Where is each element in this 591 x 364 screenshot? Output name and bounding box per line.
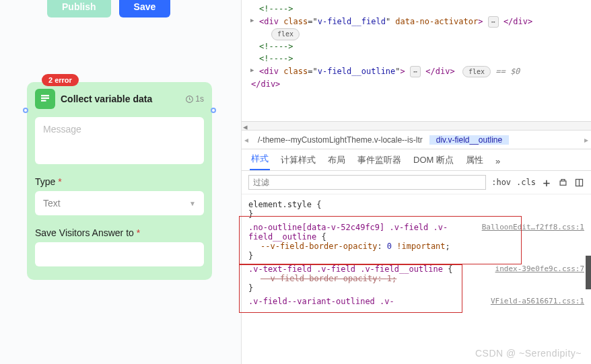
collect-data-icon (35, 89, 55, 109)
flex-chip[interactable]: flex (271, 28, 300, 40)
element-style-open: element.style { (248, 200, 321, 209)
rule3-source[interactable]: VField-a5616671.css:1 (491, 297, 584, 305)
cls-toggle[interactable]: .cls (516, 178, 536, 187)
filter-input[interactable] (248, 175, 486, 190)
selected-marker: == $0 (495, 67, 520, 76)
close-brace: } (248, 209, 253, 219)
rule1-prop[interactable]: --v-field-border-opacity (260, 242, 377, 251)
node-card[interactable]: Collect variable data 1s Message Type * … (27, 82, 212, 280)
crumb-selected[interactable]: div.v-field__outline (429, 135, 510, 145)
close-brace-3: } (248, 283, 253, 293)
dom-comment: <!----> (259, 4, 293, 13)
type-value: Text (43, 198, 61, 209)
required-mark-2: * (137, 227, 140, 238)
new-rule-icon[interactable]: + (541, 177, 552, 188)
tab-layout[interactable]: 布局 (326, 150, 347, 170)
hov-toggle[interactable]: :hov (491, 178, 511, 187)
publish-button[interactable]: Publish (47, 0, 111, 17)
scroll-left-icon[interactable]: ◂ (243, 122, 248, 132)
tab-styles[interactable]: 样式 (250, 149, 270, 170)
publish-label: Publish (62, 1, 96, 12)
styles-rules[interactable]: element.style { } BalloonEdit…f2ff8.css:… (242, 194, 591, 364)
card-title: Collect variable data (61, 94, 180, 104)
rule-no-outline[interactable]: BalloonEdit…f2ff8.css:1 .no-outline[data… (248, 221, 584, 263)
timing-indicator: 1s (185, 94, 204, 104)
rule1-source[interactable]: BalloonEdit…f2ff8.css:1 (482, 223, 584, 231)
chevron-down-icon: ▼ (189, 200, 196, 207)
card-header: Collect variable data 1s (35, 89, 204, 109)
breadcrumb[interactable]: ◂ /-theme--myCustomLightTheme.v-locale--… (242, 131, 591, 149)
devtools-panel: <!----> <div class="v-field__field" data… (241, 0, 591, 364)
scrollbar-thumb[interactable] (586, 256, 591, 289)
ellipsis-chip[interactable]: ⋯ (488, 16, 499, 28)
element-style-block[interactable]: element.style { } (248, 198, 584, 221)
dom-node-field[interactable]: <div class="v-field__field" data-no-acti… (248, 15, 591, 28)
port-right[interactable] (211, 108, 216, 113)
editor-canvas: Publish Save 2 error Collect variable da… (0, 0, 241, 364)
rule-text-field[interactable]: index-39e0fe9c.css:7 .v-text-field .v-fi… (248, 263, 584, 295)
dom-node-outline[interactable]: <div class="v-field__outline"> ⋯ </div> … (248, 65, 591, 78)
save-answer-input[interactable] (35, 242, 204, 266)
error-badge: 2 error (42, 74, 79, 86)
tab-computed[interactable]: 计算样式 (279, 150, 317, 170)
type-select[interactable]: Text ▼ (35, 191, 204, 215)
type-label: Type (35, 176, 55, 187)
save-button[interactable]: Save (119, 0, 171, 17)
dom-comment-2: <!----> (259, 42, 293, 51)
close-brace-2: } (248, 251, 253, 260)
node-card-wrap: 2 error Collect variable data 1s Message… (27, 82, 212, 280)
dom-tree[interactable]: <!----> <div class="v-field__field" data… (242, 0, 591, 121)
rule2-source[interactable]: index-39e0fe9c.css:7 (495, 264, 584, 273)
styles-tabs: 样式 计算样式 布局 事件监听器 DOM 断点 属性 » (242, 149, 591, 171)
tabs-more-icon[interactable]: » (494, 152, 501, 170)
tab-properties[interactable]: 属性 (464, 150, 485, 170)
ellipsis-chip-2[interactable]: ⋯ (410, 66, 421, 78)
port-left[interactable] (23, 108, 28, 113)
top-buttons: Publish Save (0, 0, 241, 22)
tab-listeners[interactable]: 事件监听器 (356, 150, 403, 170)
watermark: CSDN @ ~Serendipity~ (475, 348, 582, 359)
dom-close-div: </div> (251, 79, 280, 89)
rule2-prop[interactable]: --v-field-border-opacity (260, 274, 377, 283)
timing-value: 1s (195, 94, 204, 104)
styles-filter-row: :hov .cls + (242, 171, 591, 194)
horizontal-scrollbar[interactable]: ◂ (242, 121, 591, 131)
save-answer-label-row: Save Visitors Answer to * (35, 227, 204, 238)
print-media-icon[interactable] (557, 177, 568, 188)
save-answer-label: Save Visitors Answer to (35, 227, 134, 238)
tab-dom-breakpoints[interactable]: DOM 断点 (412, 150, 455, 170)
message-field[interactable]: Message (35, 117, 204, 164)
required-mark: * (58, 176, 61, 187)
clock-icon (185, 95, 194, 104)
message-placeholder: Message (43, 124, 81, 135)
flex-chip-2[interactable]: flex (462, 66, 491, 78)
dom-comment-3: <!----> (259, 54, 293, 63)
crumb-left-icon[interactable]: ◂ (242, 135, 251, 145)
type-label-row: Type * (35, 176, 204, 187)
device-panel-icon[interactable] (573, 177, 584, 188)
rule3-sel: .v-field--variant-outlined .v- (248, 297, 394, 306)
crumb-parent[interactable]: /-theme--myCustomLightTheme.v-locale--is… (251, 135, 429, 145)
save-label: Save (134, 1, 156, 12)
rule-variant-outlined[interactable]: VField-a5616671.css:1 .v-field--variant-… (248, 295, 584, 309)
svg-rect-1 (560, 181, 566, 185)
crumb-right-icon[interactable]: ▸ (582, 135, 591, 145)
